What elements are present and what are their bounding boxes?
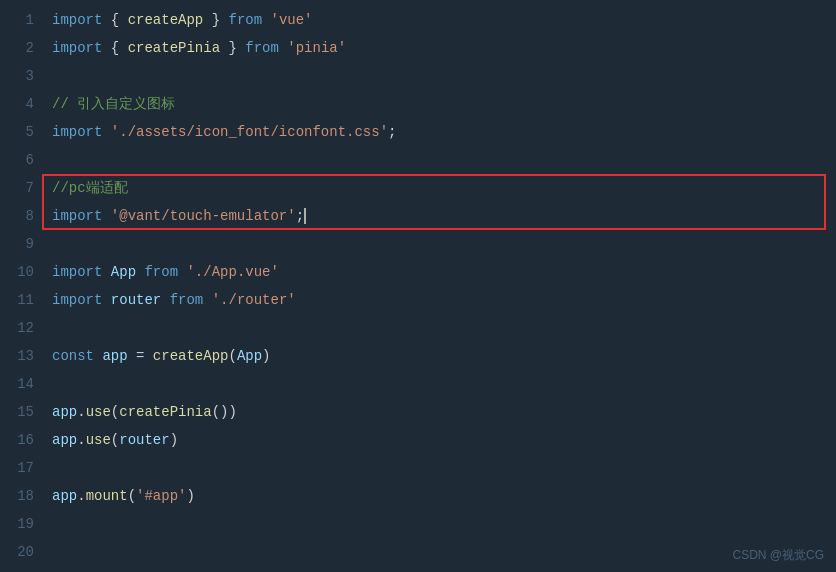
code-content[interactable]: import { createApp } from 'vue' import {… [42,6,836,566]
code-line-12 [52,314,826,342]
code-line-5: import './assets/icon_font/iconfont.css'… [52,118,826,146]
code-line-6 [52,146,826,174]
code-editor: 1 2 3 4 5 6 7 8 9 10 11 12 13 14 15 16 1… [0,0,836,572]
code-line-9 [52,230,826,258]
code-line-10: import App from './App.vue' [52,258,826,286]
code-line-2: import { createPinia } from 'pinia' [52,34,826,62]
code-line-20 [52,538,826,566]
code-line-15: app . use ( createPinia ()) [52,398,826,426]
code-line-14 [52,370,826,398]
code-line-19 [52,510,826,538]
highlight-region: //pc端适配 import '@vant/touch-emulator' ; [52,174,826,230]
code-line-13: const app = createApp ( App ) [52,342,826,370]
watermark: CSDN @视觉CG [732,547,824,564]
code-line-7: //pc端适配 [52,174,826,202]
code-line-1: import { createApp } from 'vue' [52,6,826,34]
code-line-11: import router from './router' [52,286,826,314]
code-line-8: import '@vant/touch-emulator' ; [52,202,826,230]
code-line-17 [52,454,826,482]
line-numbers: 1 2 3 4 5 6 7 8 9 10 11 12 13 14 15 16 1… [0,6,42,566]
keyword: import [52,6,102,34]
code-line-4: // 引入自定义图标 [52,90,826,118]
text-cursor [304,208,306,224]
code-line-16: app . use ( router ) [52,426,826,454]
code-line-3 [52,62,826,90]
code-line-18: app . mount ( '#app' ) [52,482,826,510]
code-area: 1 2 3 4 5 6 7 8 9 10 11 12 13 14 15 16 1… [0,0,836,572]
